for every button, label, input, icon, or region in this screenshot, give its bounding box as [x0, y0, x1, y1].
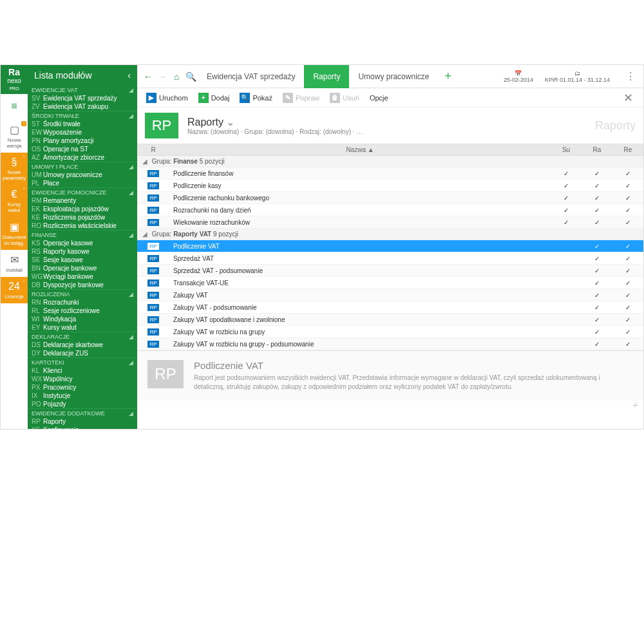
table-row[interactable]: RP Transakcje VAT-UE ✓ ✓	[137, 277, 643, 289]
rail-item-4[interactable]: ▣Dokument do księg.	[1, 217, 28, 250]
col-re[interactable]: Re	[612, 144, 643, 155]
badge-icon: !	[21, 278, 26, 283]
sidebar-item[interactable]: AZAmortyzacje zbiorcze	[28, 153, 137, 162]
sidebar-item[interactable]: PLPłace	[28, 179, 137, 187]
table-row[interactable]: RP Zakupy VAT - podsumowanie ✓ ✓	[137, 301, 643, 314]
rail-item-1[interactable]: ▢Nowa wersja!	[1, 120, 28, 153]
collapse-arrow-icon: ◢	[129, 189, 133, 196]
sidebar-item[interactable]: KSOperacje kasowe	[28, 239, 137, 247]
table-row[interactable]: RP Podliczenie VAT ✓ ✓	[137, 240, 643, 252]
run-button[interactable]: ▶Uruchom	[142, 91, 192, 104]
search-icon[interactable]: 🔍	[184, 70, 198, 84]
delete-button[interactable]: 🗑Usuń	[326, 91, 363, 104]
sidebar-item[interactable]: EYKursy walut	[28, 323, 137, 332]
nav-forward-icon[interactable]: →	[155, 70, 169, 84]
group-header[interactable]: ◢ Grupa: Finanse 5 pozycji	[137, 156, 643, 167]
cell-re: ✓	[612, 182, 643, 189]
sidebar-item[interactable]: KLKlienci	[28, 366, 137, 375]
footer-status: -/-	[137, 401, 643, 410]
sidebar-item[interactable]: ZVEwidencja VAT zakupu	[28, 102, 137, 111]
tab-bar: ← → ⌂ 🔍 Ewidencja VAT sprzedażyRaportyUm…	[137, 65, 643, 88]
sidebar-item[interactable]: WGWyciągi bankowe	[28, 272, 137, 281]
table-row[interactable]: RP Zakupy VAT ✓ ✓	[137, 289, 643, 301]
cell-re: ✓	[612, 194, 643, 202]
sidebar-item[interactable]: STŚrodki trwałe	[28, 120, 137, 128]
cell-ra: ✓	[582, 182, 612, 189]
sidebar-item[interactable]: KFKonfiguracja	[28, 426, 137, 429]
sidebar-item[interactable]: WXWspólnicy	[28, 375, 137, 383]
col-name[interactable]: Nazwa ▲	[169, 144, 551, 155]
table-row[interactable]: RP Podliczenie rachunku bankowego ✓ ✓ ✓	[137, 192, 643, 204]
sidebar-item[interactable]: RPRaporty	[28, 417, 137, 426]
sidebar-section-header[interactable]: KARTOTEKI ◢	[28, 357, 137, 366]
group-header[interactable]: ◢ Grupa: Raporty VAT 9 pozycji	[137, 229, 643, 240]
rail-item-5[interactable]: ✉InsMail	[1, 250, 28, 277]
show-button[interactable]: 🔍Pokaż	[236, 91, 276, 104]
sidebar-section-header[interactable]: ROZLICZENIA ◢	[28, 289, 137, 298]
edit-button[interactable]: ✎Popraw	[279, 91, 323, 104]
col-r[interactable]: R	[137, 144, 169, 155]
sidebar-item[interactable]: WIWindykacja	[28, 315, 137, 323]
sidebar-item[interactable]: PXPracownicy	[28, 383, 137, 392]
cell-re: ✓	[612, 219, 643, 226]
sidebar-item[interactable]: DYDeklaracje ZUS	[28, 349, 137, 357]
rp-badge: RP	[147, 279, 158, 287]
rail-item-6[interactable]: 24Licencje!	[1, 277, 28, 303]
sidebar-item[interactable]: SESesje kasowe	[28, 256, 137, 264]
sidebar-item[interactable]: OSOperacje na ST	[28, 145, 137, 153]
home-icon[interactable]: ⌂	[169, 70, 184, 84]
collapse-icon[interactable]: ‹	[128, 70, 131, 80]
menu-icon[interactable]: ⋮	[621, 70, 639, 82]
tab[interactable]: Ewidencja VAT sprzedaży	[198, 65, 304, 88]
tab[interactable]: Umowy pracownicze	[349, 65, 438, 88]
close-icon[interactable]: ✕	[618, 91, 638, 105]
rail-item-0[interactable]: ≡	[1, 94, 28, 120]
add-button[interactable]: +Dodaj	[194, 91, 234, 104]
page-title[interactable]: Raporty ⌄	[187, 116, 363, 128]
sidebar-section-header[interactable]: EWIDENCJE POMOCNICZE ◢	[28, 187, 137, 196]
sidebar-item[interactable]: PNPlany amortyzacji	[28, 137, 137, 145]
table-row[interactable]: RP Zakupy VAT opodatkowane i zwolnione ✓…	[137, 314, 643, 326]
table-row[interactable]: RP Sprzedaż VAT - podsumowanie ✓ ✓	[137, 265, 643, 277]
nav-back-icon[interactable]: ←	[141, 70, 155, 84]
col-su[interactable]: Su	[551, 144, 582, 155]
sidebar-item[interactable]: UMUmowy pracownicze	[28, 171, 137, 179]
sidebar-section-header[interactable]: EWIDENCJE VAT ◢	[28, 86, 137, 94]
sidebar-item[interactable]: BNOperacje bankowe	[28, 264, 137, 272]
sidebar-section-header[interactable]: DEKLARACJE ◢	[28, 332, 137, 341]
sidebar-section-header[interactable]: UMOWY I PŁACE ◢	[28, 162, 137, 171]
sidebar-item[interactable]: EKEksploatacja pojazdów	[28, 205, 137, 213]
add-tab-button[interactable]: +	[438, 70, 458, 83]
table-row[interactable]: RP Podliczenie finansów ✓ ✓ ✓	[137, 167, 643, 180]
sidebar-item[interactable]: RNRozrachunki	[28, 298, 137, 307]
date-widget[interactable]: 📅25-02-2014	[504, 70, 533, 83]
col-ra[interactable]: Ra	[582, 144, 612, 155]
sidebar-item[interactable]: RORozliczenia właścicielskie	[28, 222, 137, 230]
sidebar-item[interactable]: EWWyposażenie	[28, 128, 137, 137]
rp-badge: RP	[147, 207, 158, 214]
sidebar-item[interactable]: RMRemanenty	[28, 196, 137, 205]
sidebar-item[interactable]: RSRaporty kasowe	[28, 247, 137, 256]
sidebar-item[interactable]: IXInstytucje	[28, 392, 137, 400]
sidebar-item[interactable]: KERozliczenia pojazdów	[28, 213, 137, 222]
table-row[interactable]: RP Podliczenie kasy ✓ ✓ ✓	[137, 180, 643, 192]
tab[interactable]: Raporty	[304, 65, 349, 88]
sidebar-section-header[interactable]: FINANSE ◢	[28, 230, 137, 239]
rail-item-3[interactable]: €Kursy walut!	[1, 185, 28, 217]
table-row[interactable]: RP Wiekowanie rozrachunków ✓ ✓ ✓	[137, 216, 643, 229]
period-widget[interactable]: 🗂KPiR 01.01.14 - 31.12.14	[545, 70, 610, 83]
sidebar-item[interactable]: RLSesje rozliczeniowe	[28, 307, 137, 315]
sidebar-item[interactable]: SVEwidencja VAT sprzedaży	[28, 94, 137, 102]
sidebar-item[interactable]: POPojazdy	[28, 400, 137, 408]
sidebar-item[interactable]: DSDeklaracje skarbowe	[28, 341, 137, 349]
sidebar-item[interactable]: DBDyspozycje bankowe	[28, 281, 137, 289]
rail-item-2[interactable]: §Nowe parametry!	[1, 153, 28, 185]
filter-summary[interactable]: Nazwa: (dowolna) · Grupa: (dowolna) · Ro…	[187, 128, 363, 135]
sidebar-section-header[interactable]: ŚRODKI TRWAŁE ◢	[28, 111, 137, 120]
sidebar-section-header[interactable]: EWIDENCJE DODATKOWE ◢	[28, 408, 137, 417]
options-button[interactable]: Opcje	[366, 93, 392, 103]
table-row[interactable]: RP Sprzedaż VAT ✓ ✓	[137, 252, 643, 265]
table-row[interactable]: RP Rozrachunki na dany dzień ✓ ✓ ✓	[137, 204, 643, 216]
table-row[interactable]: RP Zakupy VAT w rozbiciu na grupy ✓ ✓	[137, 326, 643, 338]
table-row[interactable]: RP Zakupy VAT w rozbiciu na grupy - pods…	[137, 338, 643, 350]
